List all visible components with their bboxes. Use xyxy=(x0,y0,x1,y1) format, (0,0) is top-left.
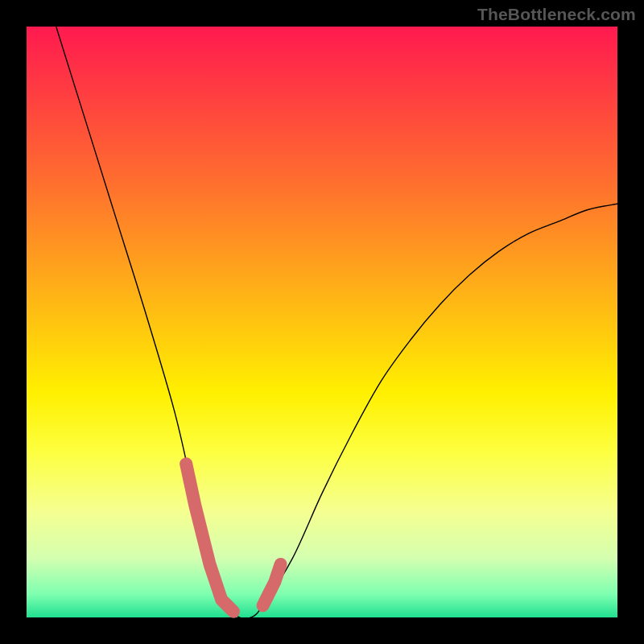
plot-area xyxy=(27,27,617,617)
chart-frame: TheBottleneck.com xyxy=(0,0,644,644)
highlight-left xyxy=(186,464,233,612)
watermark-text: TheBottleneck.com xyxy=(477,5,636,24)
highlight-right xyxy=(263,564,281,605)
curve-layer xyxy=(27,27,617,617)
bottleneck-curve xyxy=(56,27,617,619)
